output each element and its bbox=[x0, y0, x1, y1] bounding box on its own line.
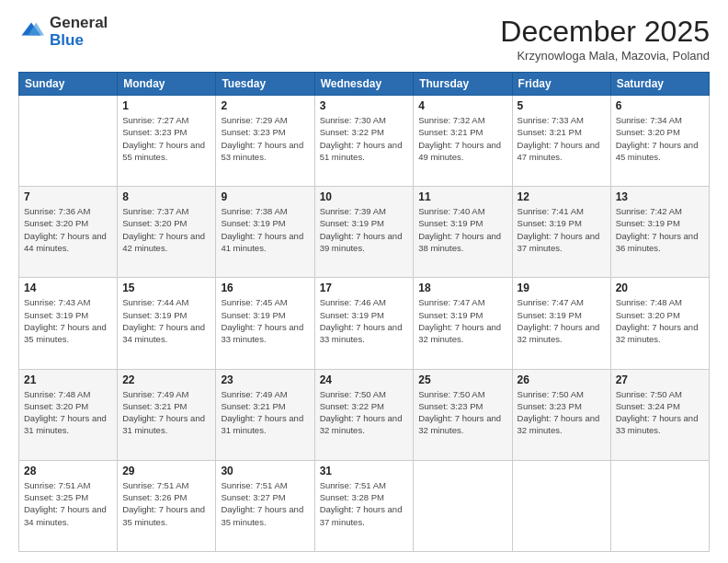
sunset: Sunset: 3:23 PM bbox=[518, 401, 582, 411]
logo-text: General Blue bbox=[50, 15, 108, 49]
calendar-cell: 15 Sunrise: 7:44 AM Sunset: 3:19 PM Dayl… bbox=[118, 278, 216, 369]
calendar-cell: 8 Sunrise: 7:37 AM Sunset: 3:20 PM Dayli… bbox=[118, 187, 216, 278]
sunset: Sunset: 3:19 PM bbox=[518, 218, 582, 228]
logo: General Blue bbox=[18, 15, 108, 49]
sunrise: Sunrise: 7:38 AM bbox=[221, 206, 287, 216]
day-number: 23 bbox=[221, 373, 309, 386]
calendar-cell: 24 Sunrise: 7:50 AM Sunset: 3:22 PM Dayl… bbox=[314, 369, 414, 460]
daylight: Daylight: 7 hours and 32 minutes. bbox=[320, 413, 403, 435]
day-info: Sunrise: 7:44 AM Sunset: 3:19 PM Dayligh… bbox=[122, 296, 210, 345]
sunset: Sunset: 3:23 PM bbox=[418, 401, 483, 411]
day-number: 1 bbox=[122, 99, 210, 112]
sunset: Sunset: 3:19 PM bbox=[518, 310, 582, 320]
daylight: Daylight: 7 hours and 32 minutes. bbox=[616, 322, 699, 344]
daylight: Daylight: 7 hours and 31 minutes. bbox=[24, 413, 107, 435]
day-info: Sunrise: 7:32 AM Sunset: 3:21 PM Dayligh… bbox=[418, 114, 506, 163]
sunset: Sunset: 3:19 PM bbox=[418, 310, 483, 320]
daylight: Daylight: 7 hours and 45 minutes. bbox=[616, 140, 699, 162]
sunrise: Sunrise: 7:45 AM bbox=[221, 297, 287, 307]
day-info: Sunrise: 7:49 AM Sunset: 3:21 PM Dayligh… bbox=[221, 388, 309, 437]
calendar-cell: 20 Sunrise: 7:48 AM Sunset: 3:20 PM Dayl… bbox=[610, 278, 709, 369]
day-info: Sunrise: 7:33 AM Sunset: 3:21 PM Dayligh… bbox=[518, 114, 606, 163]
daylight: Daylight: 7 hours and 32 minutes. bbox=[518, 322, 600, 344]
day-info: Sunrise: 7:38 AM Sunset: 3:19 PM Dayligh… bbox=[221, 205, 309, 254]
day-info: Sunrise: 7:47 AM Sunset: 3:19 PM Dayligh… bbox=[518, 296, 606, 345]
day-info: Sunrise: 7:51 AM Sunset: 3:28 PM Dayligh… bbox=[320, 479, 409, 528]
day-info: Sunrise: 7:51 AM Sunset: 3:25 PM Dayligh… bbox=[24, 479, 112, 528]
sunrise: Sunrise: 7:37 AM bbox=[122, 206, 188, 216]
sunset: Sunset: 3:21 PM bbox=[122, 401, 187, 411]
sunset: Sunset: 3:26 PM bbox=[122, 492, 187, 502]
day-info: Sunrise: 7:34 AM Sunset: 3:20 PM Dayligh… bbox=[616, 114, 704, 163]
day-number: 29 bbox=[122, 465, 210, 477]
col-tuesday: Tuesday bbox=[216, 73, 314, 96]
daylight: Daylight: 7 hours and 47 minutes. bbox=[518, 140, 600, 162]
calendar-cell: 27 Sunrise: 7:50 AM Sunset: 3:24 PM Dayl… bbox=[610, 369, 709, 460]
calendar-cell: 21 Sunrise: 7:48 AM Sunset: 3:20 PM Dayl… bbox=[19, 369, 118, 460]
sunrise: Sunrise: 7:29 AM bbox=[221, 115, 287, 125]
day-number: 7 bbox=[24, 190, 112, 203]
daylight: Daylight: 7 hours and 41 minutes. bbox=[221, 231, 303, 253]
calendar-cell: 22 Sunrise: 7:49 AM Sunset: 3:21 PM Dayl… bbox=[118, 369, 216, 460]
daylight: Daylight: 7 hours and 37 minutes. bbox=[518, 231, 600, 253]
calendar-cell: 29 Sunrise: 7:51 AM Sunset: 3:26 PM Dayl… bbox=[118, 460, 216, 551]
logo-general: General bbox=[50, 15, 108, 32]
day-number: 10 bbox=[320, 190, 409, 203]
day-info: Sunrise: 7:29 AM Sunset: 3:23 PM Dayligh… bbox=[221, 114, 309, 163]
calendar-week-row: 14 Sunrise: 7:43 AM Sunset: 3:19 PM Dayl… bbox=[19, 278, 710, 369]
sunset: Sunset: 3:19 PM bbox=[320, 310, 384, 320]
day-number: 30 bbox=[221, 465, 309, 477]
day-info: Sunrise: 7:27 AM Sunset: 3:23 PM Dayligh… bbox=[122, 114, 210, 163]
sunset: Sunset: 3:19 PM bbox=[616, 218, 680, 228]
sunset: Sunset: 3:23 PM bbox=[221, 127, 285, 137]
sunset: Sunset: 3:19 PM bbox=[320, 218, 384, 228]
day-number: 5 bbox=[518, 99, 606, 112]
daylight: Daylight: 7 hours and 35 minutes. bbox=[122, 504, 205, 526]
calendar-cell: 11 Sunrise: 7:40 AM Sunset: 3:19 PM Dayl… bbox=[414, 187, 512, 278]
calendar-week-row: 21 Sunrise: 7:48 AM Sunset: 3:20 PM Dayl… bbox=[19, 369, 710, 460]
sunset: Sunset: 3:21 PM bbox=[221, 401, 285, 411]
daylight: Daylight: 7 hours and 37 minutes. bbox=[320, 504, 403, 526]
col-sunday: Sunday bbox=[19, 73, 118, 96]
day-info: Sunrise: 7:51 AM Sunset: 3:26 PM Dayligh… bbox=[122, 479, 210, 528]
sunrise: Sunrise: 7:50 AM bbox=[418, 389, 484, 399]
sunrise: Sunrise: 7:41 AM bbox=[518, 206, 584, 216]
day-info: Sunrise: 7:48 AM Sunset: 3:20 PM Dayligh… bbox=[24, 388, 112, 437]
calendar-cell: 19 Sunrise: 7:47 AM Sunset: 3:19 PM Dayl… bbox=[512, 278, 610, 369]
sunrise: Sunrise: 7:51 AM bbox=[221, 480, 287, 490]
sunrise: Sunrise: 7:33 AM bbox=[518, 115, 584, 125]
sunset: Sunset: 3:20 PM bbox=[616, 127, 680, 137]
daylight: Daylight: 7 hours and 35 minutes. bbox=[24, 322, 107, 344]
sunset: Sunset: 3:23 PM bbox=[122, 127, 187, 137]
calendar-cell: 4 Sunrise: 7:32 AM Sunset: 3:21 PM Dayli… bbox=[414, 96, 512, 187]
sunset: Sunset: 3:19 PM bbox=[221, 218, 285, 228]
sunset: Sunset: 3:20 PM bbox=[24, 401, 88, 411]
sunrise: Sunrise: 7:36 AM bbox=[24, 206, 90, 216]
sunset: Sunset: 3:21 PM bbox=[418, 127, 483, 137]
daylight: Daylight: 7 hours and 35 minutes. bbox=[221, 504, 303, 526]
logo-icon bbox=[18, 19, 44, 45]
sunrise: Sunrise: 7:48 AM bbox=[24, 389, 90, 399]
daylight: Daylight: 7 hours and 34 minutes. bbox=[122, 322, 205, 344]
day-number: 24 bbox=[320, 373, 409, 386]
day-info: Sunrise: 7:48 AM Sunset: 3:20 PM Dayligh… bbox=[616, 296, 704, 345]
day-number: 6 bbox=[616, 99, 704, 112]
day-info: Sunrise: 7:36 AM Sunset: 3:20 PM Dayligh… bbox=[24, 205, 112, 254]
calendar-cell: 12 Sunrise: 7:41 AM Sunset: 3:19 PM Dayl… bbox=[512, 187, 610, 278]
sunset: Sunset: 3:24 PM bbox=[616, 401, 680, 411]
daylight: Daylight: 7 hours and 49 minutes. bbox=[418, 140, 501, 162]
calendar-cell: 26 Sunrise: 7:50 AM Sunset: 3:23 PM Dayl… bbox=[512, 369, 610, 460]
calendar-body: 1 Sunrise: 7:27 AM Sunset: 3:23 PM Dayli… bbox=[19, 96, 710, 552]
sunrise: Sunrise: 7:43 AM bbox=[24, 297, 90, 307]
month-title: December 2025 bbox=[500, 15, 710, 49]
sunrise: Sunrise: 7:39 AM bbox=[320, 206, 386, 216]
day-info: Sunrise: 7:47 AM Sunset: 3:19 PM Dayligh… bbox=[418, 296, 506, 345]
sunset: Sunset: 3:19 PM bbox=[221, 310, 285, 320]
day-number: 18 bbox=[418, 282, 506, 294]
sunrise: Sunrise: 7:51 AM bbox=[24, 480, 90, 490]
day-number: 13 bbox=[616, 190, 704, 203]
location-subtitle: Krzynowloga Mala, Mazovia, Poland bbox=[500, 49, 710, 63]
sunrise: Sunrise: 7:50 AM bbox=[616, 389, 682, 399]
day-number: 2 bbox=[221, 99, 309, 112]
sunrise: Sunrise: 7:27 AM bbox=[122, 115, 188, 125]
